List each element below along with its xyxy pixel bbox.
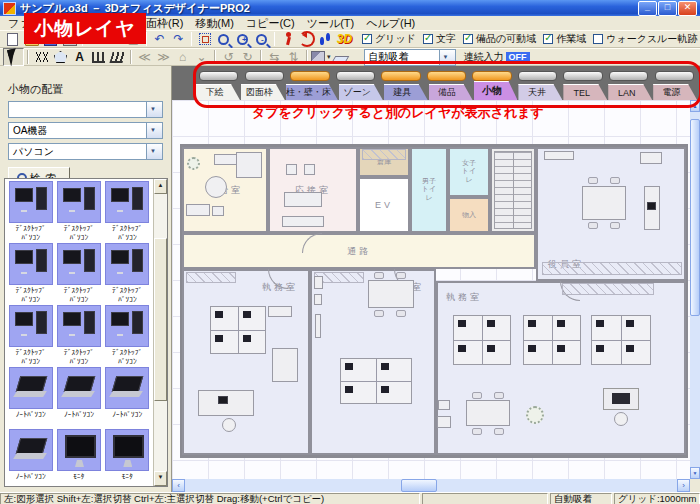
room-5[interactable]: 男子 トイレ (410, 147, 448, 233)
round-table-symbol[interactable] (205, 176, 227, 198)
scrollbar-track[interactable] (185, 479, 677, 492)
desk-cluster[interactable] (340, 358, 412, 404)
layer-tab-7[interactable]: 小物 (474, 81, 518, 100)
storage-hatch[interactable] (362, 149, 406, 160)
menu-item-3[interactable]: 移動(M) (189, 16, 240, 31)
polyline-tool-button[interactable] (32, 49, 51, 65)
scrollbar-track[interactable] (690, 112, 700, 467)
room-4[interactable]: EV (358, 177, 410, 233)
chair-symbol[interactable] (286, 164, 297, 175)
layer-visibility-pill-3[interactable] (290, 71, 329, 81)
plant-symbol[interactable] (187, 157, 200, 170)
layer-visibility-pill-7[interactable] (472, 71, 511, 81)
scrollbar-thumb[interactable] (690, 119, 700, 316)
layer-visibility-pill-9[interactable] (563, 71, 602, 81)
text-tool-button[interactable]: A (70, 49, 89, 65)
catalog-item-13[interactable]: ﾉｰﾄﾊﾟｿｺﾝ (7, 429, 54, 486)
layer-visibility-pill-11[interactable] (655, 71, 694, 81)
close-button[interactable]: ✕ (678, 1, 697, 16)
layer-tab-1[interactable]: 下絵 (196, 84, 240, 100)
scroll-up-icon[interactable]: ▲ (154, 179, 167, 194)
layer-tab-10[interactable]: LAN (608, 84, 652, 100)
scroll-down-icon[interactable]: ▼ (690, 467, 700, 479)
chair-symbol[interactable] (610, 177, 620, 184)
shelf-symbol[interactable] (236, 152, 262, 178)
view-checkbox-1[interactable]: グリッド (362, 32, 416, 46)
layer-tab-8[interactable]: 天井 (518, 84, 562, 100)
chair-symbol[interactable] (304, 164, 315, 175)
view-checkbox-3[interactable]: 備品の可動域 (463, 32, 536, 46)
zoom-out-button[interactable]: - (252, 31, 271, 47)
category-select-3[interactable]: パソコン (8, 143, 163, 160)
scroll-up-icon[interactable]: ▲ (690, 100, 700, 112)
step-forward-button[interactable]: ≫ (154, 49, 173, 65)
category-select-2[interactable]: OA機器 (8, 122, 163, 139)
dropdown-arrow-icon[interactable] (146, 102, 162, 117)
catalog-item-4[interactable]: ﾃﾞｽｸﾄｯﾌﾟ ﾊﾟｿｺﾝ (7, 243, 54, 304)
catalog-item-6[interactable]: ﾃﾞｽｸﾄｯﾌﾟ ﾊﾟｿｺﾝ (104, 243, 151, 304)
menu-item-6[interactable]: ヘルプ(H) (360, 16, 421, 31)
zoom-window-button[interactable] (214, 31, 233, 47)
cabinet-symbol[interactable] (640, 152, 662, 164)
catalog-item-11[interactable]: ﾉｰﾄﾊﾟｿｺﾝ (55, 367, 102, 428)
chair-symbol[interactable] (610, 222, 620, 229)
align-up-button[interactable]: ⌂ (173, 49, 192, 65)
layer-tab-2[interactable]: 図面枠 (241, 84, 285, 100)
layer-visibility-pill-8[interactable] (518, 71, 557, 81)
shelf-hatch[interactable] (562, 283, 654, 295)
printer-stand-symbol[interactable] (314, 294, 322, 305)
chair-symbol[interactable] (588, 222, 598, 229)
meeting-table-symbol[interactable] (368, 280, 414, 308)
menu-item-5[interactable]: ツール(T) (301, 16, 361, 31)
maximize-button[interactable]: □ (658, 1, 677, 16)
sidebar-scrollbar[interactable]: ▲ ▼ (153, 179, 167, 486)
printer-stand-symbol[interactable] (314, 276, 323, 289)
view-3d-button[interactable]: 3D (335, 31, 354, 47)
cabinet-symbol[interactable] (544, 151, 574, 160)
polygon-tool-button[interactable] (51, 49, 70, 65)
chair-symbol[interactable] (472, 392, 482, 399)
footsteps-button[interactable] (316, 31, 335, 47)
chair-symbol[interactable] (494, 392, 504, 399)
eraser-button[interactable] (331, 49, 350, 65)
layer-tab-11[interactable]: 電源 (653, 84, 697, 100)
cabinet-symbol[interactable] (437, 416, 451, 428)
catalog-item-12[interactable]: ﾉｰﾄﾊﾟｿｺﾝ (104, 367, 151, 428)
copier-symbol[interactable] (603, 388, 639, 410)
minimize-button[interactable]: _ (638, 1, 657, 16)
layer-tab-6[interactable]: 備品 (429, 84, 473, 100)
layer-visibility-pill-5[interactable] (381, 71, 420, 81)
desk-cluster[interactable] (210, 306, 266, 354)
view-checkbox-2[interactable]: 文字 (423, 32, 456, 46)
rotate-left-button[interactable]: ↺ (219, 49, 238, 65)
layer-tab-4[interactable]: ゾーン (339, 84, 383, 100)
layer-visibility-pill-6[interactable] (427, 71, 466, 81)
coat-rack-symbol[interactable] (315, 314, 321, 338)
zoom-fit-button[interactable] (195, 31, 214, 47)
dimension-tool-button[interactable] (89, 49, 108, 65)
table-symbol[interactable] (284, 192, 322, 207)
scrollbar-thumb[interactable] (154, 238, 167, 401)
desk-cluster[interactable] (591, 315, 651, 365)
scroll-down-icon[interactable]: ▼ (154, 471, 167, 486)
chair-symbol[interactable] (396, 310, 406, 317)
layer-visibility-pill-1[interactable] (199, 71, 238, 81)
new-file-button[interactable] (3, 31, 22, 47)
redo-button[interactable]: ↷ (169, 31, 188, 47)
chair-symbol[interactable] (472, 428, 482, 435)
cabinet-symbol[interactable] (212, 206, 224, 216)
catalog-item-1[interactable]: ﾃﾞｽｸﾄｯﾌﾟ ﾊﾟｿｺﾝ (7, 181, 54, 242)
style-picker-button[interactable]: ▾ (311, 49, 331, 65)
room-6[interactable]: 女子 トイレ (448, 147, 490, 197)
select-tool-button[interactable] (3, 48, 24, 66)
catalog-item-3[interactable]: ﾃﾞｽｸﾄｯﾌﾟ ﾊﾟｿｺﾝ (104, 181, 151, 242)
table-symbol[interactable] (272, 348, 298, 382)
drawing-canvas[interactable]: タブをクリックすると別のレイヤが表示されます 待合室応接室倉庫EV男子 トイレ女… (172, 100, 690, 479)
catalog-item-10[interactable]: ﾉｰﾄﾊﾟｿｺﾝ (7, 367, 54, 428)
chair-round-symbol[interactable] (614, 412, 628, 426)
menu-item-4[interactable]: コピー(C) (240, 16, 301, 31)
align-down-button[interactable]: ⌄ (192, 49, 211, 65)
plant-symbol[interactable] (526, 406, 544, 424)
dropdown-arrow-icon[interactable] (146, 123, 162, 138)
desk-cluster[interactable] (523, 315, 581, 365)
